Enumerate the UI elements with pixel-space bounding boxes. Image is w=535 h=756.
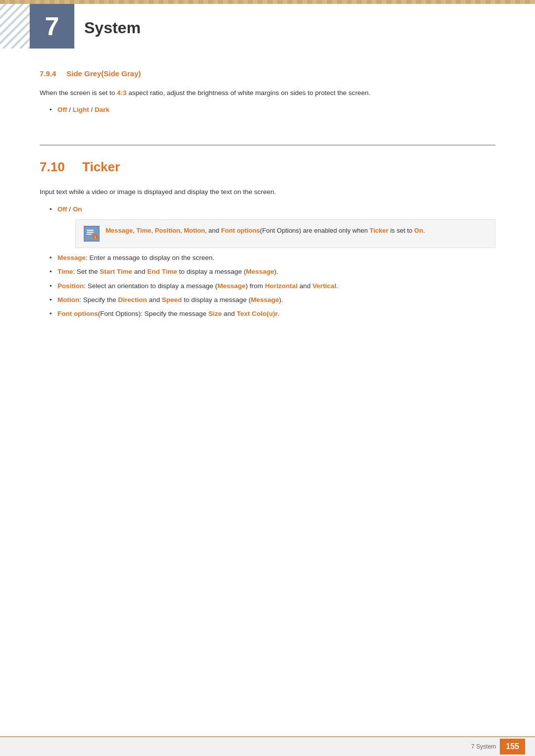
section-794-title: Side Grey(Side Gray) xyxy=(66,69,141,78)
horizontal: Horizontal xyxy=(265,282,298,290)
chapter-title: System xyxy=(74,4,141,49)
section-710-title: Ticker xyxy=(82,157,120,177)
section-710-header: 7.10 Ticker xyxy=(40,157,495,177)
svg-text:!: ! xyxy=(95,235,96,240)
bullet-light: Light xyxy=(73,106,89,113)
bullet-dark: Dark xyxy=(95,106,109,113)
bullet-off: Off xyxy=(57,106,67,113)
bullet-position: Position: Select an orientation to displ… xyxy=(50,281,495,291)
ticker-on: On xyxy=(73,205,82,213)
section-794-body: When the screen is set to 4:3 aspect rat… xyxy=(40,88,495,99)
ticker-off: Off xyxy=(57,205,67,213)
note-ticker: Ticker xyxy=(370,227,388,234)
end-time: End Time xyxy=(147,268,177,275)
note-motion: Motion xyxy=(184,227,205,234)
message-label: Message xyxy=(57,254,86,261)
highlight-4-3: 4:3 xyxy=(117,89,127,97)
text-color: Text Colo(u)r xyxy=(237,310,278,317)
footer-text: 7 System xyxy=(471,742,496,751)
note-fontoptions: Font options xyxy=(221,227,260,234)
motion-message: Message xyxy=(251,296,279,303)
svg-rect-1 xyxy=(87,230,94,231)
time-message: Message xyxy=(246,268,274,275)
note-message: Message xyxy=(106,227,133,234)
svg-rect-2 xyxy=(87,232,94,233)
section-794: 7.9.4 Side Grey(Side Gray) When the scre… xyxy=(40,68,495,115)
bullet-time: Time: Set the Start Time and End Time to… xyxy=(50,267,495,277)
chapter-header: 7 System xyxy=(0,4,535,49)
section-divider xyxy=(40,145,495,146)
bullet-message: Message: Enter a message to display on t… xyxy=(50,253,495,263)
bullet-motion: Motion: Specify the Direction and Speed … xyxy=(50,295,495,305)
section-710-bullets: Off / On ! xyxy=(40,204,495,319)
chapter-number: 7 xyxy=(30,4,74,49)
section-794-bullet-list: Off / Light / Dark xyxy=(40,105,495,115)
main-content: 7.9.4 Side Grey(Side Gray) When the scre… xyxy=(0,58,535,378)
vertical: Vertical xyxy=(313,282,336,290)
position-label: Position xyxy=(57,282,84,290)
section-710-intro: Input text while a video or image is dis… xyxy=(40,187,495,198)
bullet-off-on: Off / On ! xyxy=(50,204,495,248)
section-710-content: Input text while a video or image is dis… xyxy=(40,187,495,319)
stripe-decoration xyxy=(0,4,30,49)
font-size: Size xyxy=(209,310,222,317)
footer-page-number: 155 xyxy=(500,739,525,755)
bullet-off-light-dark: Off / Light / Dark xyxy=(50,105,495,115)
time-label: Time xyxy=(57,268,73,275)
section-794-heading: 7.9.4 Side Grey(Side Gray) xyxy=(40,68,495,80)
note-position: Position xyxy=(155,227,180,234)
svg-rect-3 xyxy=(87,234,92,235)
start-time: Start Time xyxy=(100,268,132,275)
note-on: On xyxy=(414,227,423,234)
speed: Speed xyxy=(162,296,182,303)
section-710-num: 7.10 xyxy=(40,157,74,177)
note-icon: ! xyxy=(84,226,100,242)
position-message: Message xyxy=(217,282,246,290)
note-box: ! Message, Time, Position, Motion, and F… xyxy=(75,219,495,248)
note-text: Message, Time, Position, Motion, and Fon… xyxy=(106,226,425,236)
note-time: Time xyxy=(136,227,151,234)
section-710: 7.10 Ticker Input text while a video or … xyxy=(40,145,495,319)
bullet-font-options: Font options(Font Options): Specify the … xyxy=(50,309,495,319)
direction: Direction xyxy=(118,296,147,303)
font-options-label: Font options xyxy=(57,310,98,317)
top-stripe xyxy=(0,0,535,4)
motion-label: Motion xyxy=(57,296,79,303)
section-794-num: 7.9.4 xyxy=(40,69,56,78)
page-footer: 7 System 155 xyxy=(0,736,535,756)
